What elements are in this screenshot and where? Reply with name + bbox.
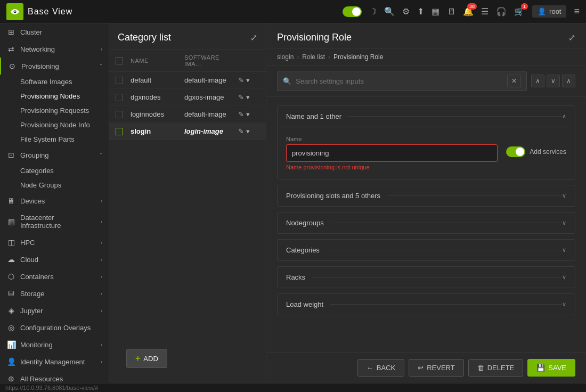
provisioning-slots-header[interactable]: Provisioning slots and 5 others ∨ <box>278 185 575 206</box>
list-icon[interactable]: ☰ <box>481 6 489 17</box>
sidebar-item-software-images[interactable]: Software Images <box>20 75 109 89</box>
more4-icon[interactable]: ▾ <box>246 127 250 135</box>
save-button[interactable]: 💾 SAVE <box>527 359 575 377</box>
search-down-button[interactable]: ∨ <box>547 75 560 87</box>
sidebar-item-cluster[interactable]: ⊞ Cluster <box>0 23 109 40</box>
sidebar-item-networking[interactable]: ⇄ Networking › <box>0 40 109 58</box>
row-1-check[interactable] <box>116 77 126 84</box>
user-label: root <box>549 7 561 15</box>
storage-icon: ⛁ <box>6 289 16 298</box>
hamburger-icon[interactable]: ≡ <box>574 6 580 17</box>
sidebar-item-grouping[interactable]: ⊡ Grouping ˅ <box>0 146 109 164</box>
settings-icon[interactable]: ⚙ <box>402 6 410 17</box>
sidebar-item-containers[interactable]: ⬡ Containers › <box>0 268 109 285</box>
sidebar-item-identity[interactable]: 👤 Identity Management › <box>0 353 109 370</box>
user-button[interactable]: 👤 root <box>532 5 566 18</box>
form-content: Name and 1 other ∧ Name Name provisionin… <box>266 97 586 352</box>
categories-header[interactable]: Categories ∨ <box>278 240 575 260</box>
search-collapse-button[interactable]: ∧ <box>562 75 575 87</box>
sidebar-item-cloud[interactable]: ☁ Cloud › <box>0 251 109 268</box>
name-section-header[interactable]: Name and 1 other ∧ <box>278 106 575 127</box>
upload-icon[interactable]: ⬆ <box>417 6 424 17</box>
search-controls: ∧ ∨ ∧ <box>531 75 575 87</box>
load-weight-header[interactable]: Load weight ∨ <box>278 294 575 315</box>
nodegroups-header[interactable]: Nodegroups ∨ <box>278 213 575 233</box>
select-all-checkbox[interactable] <box>116 57 123 64</box>
search-up-button[interactable]: ∧ <box>531 75 544 87</box>
nodegroups-chevron-icon: ∨ <box>562 219 566 226</box>
trash-icon: 🗑 <box>477 364 484 372</box>
section-divider2 <box>387 195 562 196</box>
datacenter-icon: ▦ <box>6 217 16 226</box>
sidebar-item-provisioning-nodes[interactable]: Provisioning Nodes <box>20 89 109 103</box>
search-clear-button[interactable]: ✕ <box>507 75 521 87</box>
sidebar-item-categories[interactable]: Categories <box>20 164 109 178</box>
table-row[interactable]: slogin login-image ✎ ▾ <box>109 123 266 140</box>
sidebar-item-file-system-parts[interactable]: File System Parts <box>20 132 109 146</box>
main-toggle[interactable] <box>343 6 362 17</box>
add-services-wrap: Add services <box>506 146 566 157</box>
revert-button[interactable]: ↩ REVERT <box>409 359 464 377</box>
racks-header[interactable]: Racks ∨ <box>278 267 575 288</box>
user-icon: 👤 <box>538 7 546 15</box>
bell-icon[interactable]: 🔔38 <box>463 6 474 17</box>
name-section-body: Name Name provisioning is not unique Add… <box>278 127 575 179</box>
topnav: Base View ☽ 🔍 ⚙ ⬆ ▦ 🖥 🔔38 ☰ 🎧 🛒1 👤 root … <box>0 0 586 23</box>
table-row[interactable]: default default-image ✎ ▾ <box>109 72 266 89</box>
sidebar-item-devices[interactable]: 🖥 Devices › <box>0 192 109 209</box>
breadcrumb-slogin[interactable]: slogin <box>277 53 294 61</box>
sidebar-item-provisioning-requests[interactable]: Provisioning Requests <box>20 103 109 118</box>
sidebar-item-monitoring[interactable]: 📊 Monitoring › <box>0 336 109 353</box>
sidebar-item-jupyter[interactable]: ◈ Jupyter › <box>0 302 109 319</box>
right-panel-header: Provisioning Role ⤢ <box>266 23 586 49</box>
monitor-icon[interactable]: 🖥 <box>447 7 455 17</box>
more3-icon[interactable]: ▾ <box>246 110 250 118</box>
edit2-icon[interactable]: ✎ <box>238 93 244 101</box>
expand-icon[interactable]: ⤢ <box>250 32 257 43</box>
app-title: Base View <box>28 7 72 17</box>
col-software-header: SOFTWARE IMA... <box>184 54 234 67</box>
edit-icon[interactable]: ✎ <box>238 76 244 84</box>
breadcrumb-role-list[interactable]: Role list <box>302 53 325 61</box>
delete-button[interactable]: 🗑 DELETE <box>468 359 524 377</box>
search-bar-icon: 🔍 <box>283 77 291 85</box>
section-divider6 <box>330 304 562 305</box>
back-label: BACK <box>377 364 395 372</box>
more2-icon[interactable]: ▾ <box>246 93 250 101</box>
row-4-check[interactable] <box>116 128 126 135</box>
chevron-right2-icon: › <box>101 198 102 204</box>
table-row[interactable]: loginnodes default-image ✎ ▾ <box>109 106 266 123</box>
load-weight-chevron-icon: ∨ <box>562 301 566 308</box>
chevron-right9-icon: › <box>101 342 102 348</box>
add-services-toggle[interactable] <box>506 146 525 157</box>
back-button[interactable]: ← BACK <box>357 359 404 377</box>
name-section: Name and 1 other ∧ Name Name provisionin… <box>277 105 575 179</box>
headset-icon[interactable]: 🎧 <box>496 6 507 17</box>
sidebar-item-all-resources[interactable]: ⊕ All Resources <box>0 370 109 383</box>
monitoring-icon: 📊 <box>6 340 16 349</box>
search-icon[interactable]: 🔍 <box>384 6 395 17</box>
edit3-icon[interactable]: ✎ <box>238 110 244 118</box>
section-divider3 <box>330 223 562 223</box>
search-input[interactable] <box>296 77 503 85</box>
table-row[interactable]: dgxnodes dgxos-image ✎ ▾ <box>109 89 266 106</box>
topnav-actions: ☽ 🔍 ⚙ ⬆ ▦ 🖥 🔔38 ☰ 🎧 🛒1 👤 root ≡ <box>343 5 580 18</box>
row-2-check[interactable] <box>116 94 126 101</box>
grid-icon[interactable]: ▦ <box>432 6 440 17</box>
sidebar-item-configuration[interactable]: ◎ Configuration Overlays <box>0 319 109 336</box>
sidebar-item-provisioning-node-info[interactable]: Provisioning Node Info <box>20 118 109 132</box>
sidebar-item-provisioning[interactable]: ⊙ Provisioning ˅ <box>0 58 109 75</box>
add-button[interactable]: + ADD <box>126 349 167 368</box>
row-1-software: default-image <box>184 76 234 84</box>
sidebar-item-node-groups[interactable]: Node Groups <box>20 178 109 192</box>
cart-icon[interactable]: 🛒1 <box>514 6 525 17</box>
sidebar-item-storage[interactable]: ⛁ Storage › <box>0 285 109 302</box>
name-field-input[interactable] <box>286 144 498 162</box>
sidebar-item-hpc[interactable]: ◫ HPC › <box>0 234 109 251</box>
edit4-icon[interactable]: ✎ <box>238 127 244 135</box>
row-3-check[interactable] <box>116 111 126 118</box>
more-icon[interactable]: ▾ <box>246 76 250 84</box>
moon-icon[interactable]: ☽ <box>369 6 377 17</box>
right-expand-icon[interactable]: ⤢ <box>568 32 575 43</box>
sidebar-item-datacenter[interactable]: ▦ Datacenter Infrastructure › <box>0 209 109 234</box>
